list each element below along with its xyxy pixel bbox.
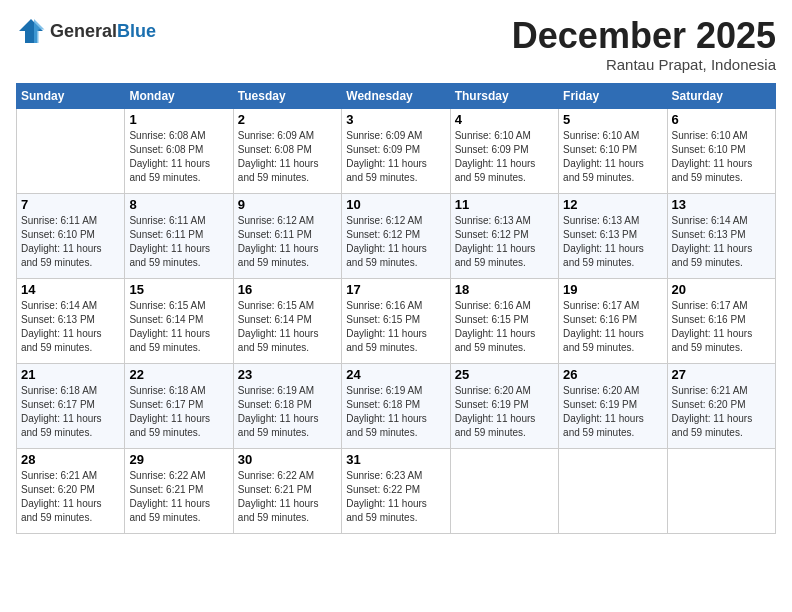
weekday-header-row: SundayMondayTuesdayWednesdayThursdayFrid…	[17, 83, 776, 108]
day-info: Sunrise: 6:12 AMSunset: 6:11 PMDaylight:…	[238, 214, 337, 270]
calendar-day-cell: 12Sunrise: 6:13 AMSunset: 6:13 PMDayligh…	[559, 193, 667, 278]
day-number: 16	[238, 282, 337, 297]
calendar-day-cell: 8Sunrise: 6:11 AMSunset: 6:11 PMDaylight…	[125, 193, 233, 278]
day-number: 25	[455, 367, 554, 382]
day-number: 18	[455, 282, 554, 297]
calendar-day-cell: 1Sunrise: 6:08 AMSunset: 6:08 PMDaylight…	[125, 108, 233, 193]
weekday-header-cell: Sunday	[17, 83, 125, 108]
day-info: Sunrise: 6:17 AMSunset: 6:16 PMDaylight:…	[672, 299, 771, 355]
day-number: 12	[563, 197, 662, 212]
calendar-day-cell: 23Sunrise: 6:19 AMSunset: 6:18 PMDayligh…	[233, 363, 341, 448]
calendar-day-cell: 9Sunrise: 6:12 AMSunset: 6:11 PMDaylight…	[233, 193, 341, 278]
calendar-day-cell: 11Sunrise: 6:13 AMSunset: 6:12 PMDayligh…	[450, 193, 558, 278]
day-number: 22	[129, 367, 228, 382]
title-block: December 2025 Rantau Prapat, Indonesia	[512, 16, 776, 73]
calendar-day-cell: 16Sunrise: 6:15 AMSunset: 6:14 PMDayligh…	[233, 278, 341, 363]
calendar-day-cell: 30Sunrise: 6:22 AMSunset: 6:21 PMDayligh…	[233, 448, 341, 533]
day-info: Sunrise: 6:16 AMSunset: 6:15 PMDaylight:…	[346, 299, 445, 355]
calendar-body: 1Sunrise: 6:08 AMSunset: 6:08 PMDaylight…	[17, 108, 776, 533]
calendar-day-cell: 31Sunrise: 6:23 AMSunset: 6:22 PMDayligh…	[342, 448, 450, 533]
day-number: 9	[238, 197, 337, 212]
svg-marker-0	[19, 19, 43, 43]
calendar-day-cell	[667, 448, 775, 533]
calendar-day-cell: 19Sunrise: 6:17 AMSunset: 6:16 PMDayligh…	[559, 278, 667, 363]
calendar-week-row: 21Sunrise: 6:18 AMSunset: 6:17 PMDayligh…	[17, 363, 776, 448]
calendar-day-cell: 2Sunrise: 6:09 AMSunset: 6:08 PMDaylight…	[233, 108, 341, 193]
day-number: 26	[563, 367, 662, 382]
day-info: Sunrise: 6:14 AMSunset: 6:13 PMDaylight:…	[21, 299, 120, 355]
weekday-header-cell: Saturday	[667, 83, 775, 108]
day-number: 27	[672, 367, 771, 382]
calendar-week-row: 7Sunrise: 6:11 AMSunset: 6:10 PMDaylight…	[17, 193, 776, 278]
calendar-day-cell: 26Sunrise: 6:20 AMSunset: 6:19 PMDayligh…	[559, 363, 667, 448]
logo-blue-text: Blue	[117, 21, 156, 41]
day-info: Sunrise: 6:08 AMSunset: 6:08 PMDaylight:…	[129, 129, 228, 185]
day-info: Sunrise: 6:21 AMSunset: 6:20 PMDaylight:…	[672, 384, 771, 440]
day-number: 4	[455, 112, 554, 127]
calendar-day-cell: 13Sunrise: 6:14 AMSunset: 6:13 PMDayligh…	[667, 193, 775, 278]
day-number: 30	[238, 452, 337, 467]
day-info: Sunrise: 6:18 AMSunset: 6:17 PMDaylight:…	[129, 384, 228, 440]
day-number: 14	[21, 282, 120, 297]
day-info: Sunrise: 6:14 AMSunset: 6:13 PMDaylight:…	[672, 214, 771, 270]
day-number: 23	[238, 367, 337, 382]
calendar-table: SundayMondayTuesdayWednesdayThursdayFrid…	[16, 83, 776, 534]
calendar-day-cell: 10Sunrise: 6:12 AMSunset: 6:12 PMDayligh…	[342, 193, 450, 278]
calendar-day-cell: 17Sunrise: 6:16 AMSunset: 6:15 PMDayligh…	[342, 278, 450, 363]
day-info: Sunrise: 6:15 AMSunset: 6:14 PMDaylight:…	[129, 299, 228, 355]
calendar-day-cell: 3Sunrise: 6:09 AMSunset: 6:09 PMDaylight…	[342, 108, 450, 193]
day-number: 5	[563, 112, 662, 127]
day-info: Sunrise: 6:09 AMSunset: 6:08 PMDaylight:…	[238, 129, 337, 185]
day-number: 31	[346, 452, 445, 467]
day-info: Sunrise: 6:20 AMSunset: 6:19 PMDaylight:…	[563, 384, 662, 440]
day-info: Sunrise: 6:09 AMSunset: 6:09 PMDaylight:…	[346, 129, 445, 185]
day-number: 3	[346, 112, 445, 127]
day-info: Sunrise: 6:19 AMSunset: 6:18 PMDaylight:…	[238, 384, 337, 440]
weekday-header-cell: Thursday	[450, 83, 558, 108]
day-info: Sunrise: 6:23 AMSunset: 6:22 PMDaylight:…	[346, 469, 445, 525]
weekday-header-cell: Wednesday	[342, 83, 450, 108]
day-info: Sunrise: 6:16 AMSunset: 6:15 PMDaylight:…	[455, 299, 554, 355]
day-info: Sunrise: 6:11 AMSunset: 6:11 PMDaylight:…	[129, 214, 228, 270]
day-number: 21	[21, 367, 120, 382]
calendar-week-row: 14Sunrise: 6:14 AMSunset: 6:13 PMDayligh…	[17, 278, 776, 363]
day-info: Sunrise: 6:20 AMSunset: 6:19 PMDaylight:…	[455, 384, 554, 440]
day-number: 11	[455, 197, 554, 212]
weekday-header-cell: Monday	[125, 83, 233, 108]
day-info: Sunrise: 6:21 AMSunset: 6:20 PMDaylight:…	[21, 469, 120, 525]
calendar-day-cell: 7Sunrise: 6:11 AMSunset: 6:10 PMDaylight…	[17, 193, 125, 278]
day-number: 6	[672, 112, 771, 127]
calendar-day-cell: 6Sunrise: 6:10 AMSunset: 6:10 PMDaylight…	[667, 108, 775, 193]
calendar-day-cell: 24Sunrise: 6:19 AMSunset: 6:18 PMDayligh…	[342, 363, 450, 448]
weekday-header-cell: Friday	[559, 83, 667, 108]
logo-general-text: General	[50, 21, 117, 41]
calendar-day-cell: 21Sunrise: 6:18 AMSunset: 6:17 PMDayligh…	[17, 363, 125, 448]
day-info: Sunrise: 6:10 AMSunset: 6:09 PMDaylight:…	[455, 129, 554, 185]
day-info: Sunrise: 6:15 AMSunset: 6:14 PMDaylight:…	[238, 299, 337, 355]
page-header: GeneralBlue December 2025 Rantau Prapat,…	[16, 16, 776, 73]
day-number: 15	[129, 282, 228, 297]
day-number: 20	[672, 282, 771, 297]
day-number: 17	[346, 282, 445, 297]
calendar-day-cell: 25Sunrise: 6:20 AMSunset: 6:19 PMDayligh…	[450, 363, 558, 448]
day-number: 2	[238, 112, 337, 127]
logo-icon	[16, 16, 46, 46]
day-info: Sunrise: 6:11 AMSunset: 6:10 PMDaylight:…	[21, 214, 120, 270]
day-info: Sunrise: 6:13 AMSunset: 6:12 PMDaylight:…	[455, 214, 554, 270]
calendar-day-cell: 14Sunrise: 6:14 AMSunset: 6:13 PMDayligh…	[17, 278, 125, 363]
calendar-day-cell: 15Sunrise: 6:15 AMSunset: 6:14 PMDayligh…	[125, 278, 233, 363]
calendar-day-cell	[559, 448, 667, 533]
day-info: Sunrise: 6:19 AMSunset: 6:18 PMDaylight:…	[346, 384, 445, 440]
calendar-day-cell: 18Sunrise: 6:16 AMSunset: 6:15 PMDayligh…	[450, 278, 558, 363]
day-number: 8	[129, 197, 228, 212]
day-info: Sunrise: 6:10 AMSunset: 6:10 PMDaylight:…	[563, 129, 662, 185]
logo: GeneralBlue	[16, 16, 156, 46]
calendar-day-cell: 27Sunrise: 6:21 AMSunset: 6:20 PMDayligh…	[667, 363, 775, 448]
day-info: Sunrise: 6:18 AMSunset: 6:17 PMDaylight:…	[21, 384, 120, 440]
day-info: Sunrise: 6:22 AMSunset: 6:21 PMDaylight:…	[238, 469, 337, 525]
calendar-day-cell: 28Sunrise: 6:21 AMSunset: 6:20 PMDayligh…	[17, 448, 125, 533]
calendar-week-row: 28Sunrise: 6:21 AMSunset: 6:20 PMDayligh…	[17, 448, 776, 533]
day-number: 24	[346, 367, 445, 382]
month-title: December 2025	[512, 16, 776, 56]
day-info: Sunrise: 6:13 AMSunset: 6:13 PMDaylight:…	[563, 214, 662, 270]
